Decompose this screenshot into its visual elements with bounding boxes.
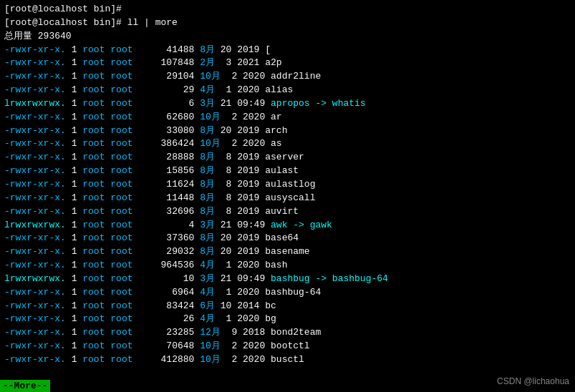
file-line: -rwxr-xr-x. 1 root root 70648 10月 2 2020… [4, 340, 571, 353]
prompt-line-1: [root@localhost bin]# [4, 3, 571, 16]
file-line: -rwxr-xr-x. 1 root root 28888 8月 8 2019 … [4, 151, 571, 165]
file-line: -rwxr-xr-x. 1 root root 26 4月 1 2020 bg [4, 313, 571, 326]
file-line: -rwxr-xr-x. 1 root root 29104 10月 2 2020… [4, 70, 571, 84]
file-line: -rwxr-xr-x. 1 root root 33080 8月 20 2019… [4, 124, 571, 138]
watermark: CSDN @lichaohua [497, 376, 569, 386]
file-line: -rwxr-xr-x. 1 root root 11624 8月 8 2019 … [4, 178, 571, 192]
file-line: -rwxr-xr-x. 1 root root 37360 8月 20 2019… [4, 232, 571, 245]
file-line: -rwxr-xr-x. 1 root root 412880 10月 2 202… [4, 353, 571, 367]
file-line: -rwxr-xr-x. 1 root root 386424 10月 2 202… [4, 137, 571, 151]
file-line: lrwxrwxrwx. 1 root root 10 3月 21 09:49 b… [4, 273, 571, 286]
file-line: -rwxr-xr-x. 1 root root 107848 2月 3 2021… [4, 57, 571, 70]
file-line: -rwxr-xr-x. 1 root root 11448 8月 8 2019 … [4, 192, 571, 205]
terminal: [root@localhost bin]# [root@localhost bi… [0, 0, 575, 392]
total-line: 总用量 293640 [4, 30, 571, 44]
file-line: -rwxr-xr-x. 1 root root 62680 10月 2 2020… [4, 111, 571, 124]
file-line: lrwxrwxrwx. 1 root root 4 3月 21 09:49 aw… [4, 219, 571, 232]
file-line: -rwxr-xr-x. 1 root root 29032 8月 20 2019… [4, 245, 571, 259]
file-listing: -rwxr-xr-x. 1 root root 41488 8月 20 2019… [4, 44, 571, 367]
prompt-line-2: [root@localhost bin]# ll | more [4, 16, 571, 30]
file-line: -rwxr-xr-x. 1 root root 15856 8月 8 2019 … [4, 165, 571, 178]
file-line: -rwxr-xr-x. 1 root root 964536 4月 1 2020… [4, 259, 571, 273]
file-line: -rwxr-xr-x. 1 root root 41488 8月 20 2019… [4, 44, 571, 57]
more-prompt: --More-- [0, 380, 50, 392]
file-line: lrwxrwxrwx. 1 root root 6 3月 21 09:49 ap… [4, 97, 571, 111]
file-line: -rwxr-xr-x. 1 root root 29 4月 1 2020 ali… [4, 84, 571, 97]
file-line: -rwxr-xr-x. 1 root root 6964 4月 1 2020 b… [4, 286, 571, 300]
file-line: -rwxr-xr-x. 1 root root 83424 6月 10 2014… [4, 300, 571, 313]
file-line: -rwxr-xr-x. 1 root root 32696 8月 8 2019 … [4, 205, 571, 219]
file-line: -rwxr-xr-x. 1 root root 23285 12月 9 2018… [4, 326, 571, 340]
